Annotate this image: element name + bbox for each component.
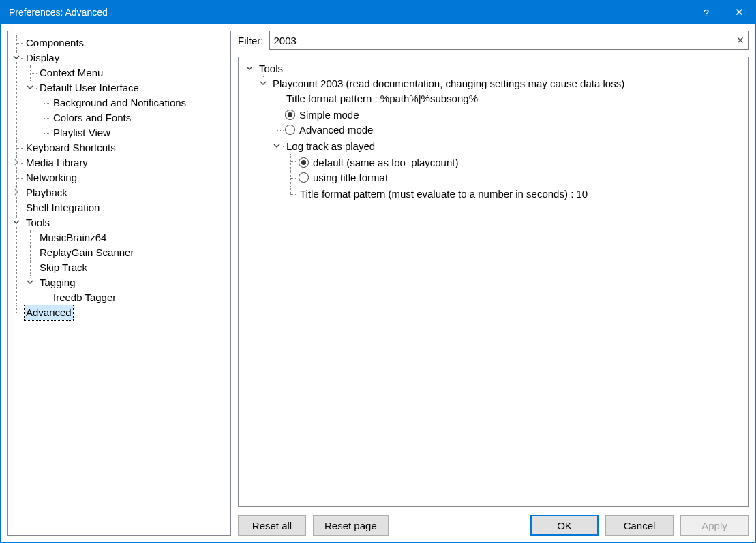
- chevron-down-icon[interactable]: [26, 278, 34, 286]
- tree-simple-mode[interactable]: Simple mode: [271, 106, 742, 123]
- titlebar: Preferences: Advanced ? ✕: [1, 1, 755, 24]
- radio-using-tf[interactable]: using title format: [299, 170, 388, 185]
- tree-tf-pattern[interactable]: Title format pattern : %path%|%subsong%: [271, 91, 742, 106]
- filter-input[interactable]: [269, 31, 749, 50]
- nav-item-media-library[interactable]: Media Library: [11, 155, 228, 170]
- clear-filter-icon[interactable]: ✕: [736, 35, 744, 46]
- nav-item-bg-notif[interactable]: Background and Notifications: [38, 95, 228, 110]
- nav-item-tools[interactable]: Tools MusicBrainz64 ReplayGain Scanner S…: [11, 215, 228, 305]
- nav-item-advanced[interactable]: Advanced: [11, 305, 228, 320]
- radio-simple-mode[interactable]: Simple mode: [285, 108, 359, 123]
- apply-button: Apply: [680, 515, 749, 536]
- chevron-down-icon[interactable]: [12, 218, 20, 226]
- radio-default[interactable]: default (same as foo_playcount): [299, 155, 458, 170]
- filter-row: Filter: ✕: [238, 31, 749, 50]
- tree-advanced-mode[interactable]: Advanced mode: [271, 123, 742, 140]
- nav-item-display[interactable]: Display Context Menu Default User Interf…: [11, 50, 228, 140]
- radio-icon: [285, 125, 295, 135]
- nav-item-shell[interactable]: Shell Integration: [11, 200, 228, 215]
- nav-item-playlist-view[interactable]: Playlist View: [38, 125, 228, 140]
- chevron-down-icon[interactable]: [12, 53, 20, 61]
- nav-item-components[interactable]: Components: [11, 35, 228, 50]
- chevron-right-icon[interactable]: [12, 158, 20, 166]
- tree-tools[interactable]: Tools Playcount 2003 (read documentation…: [244, 61, 742, 202]
- button-row: Reset all Reset page OK Cancel Apply: [238, 514, 749, 536]
- nav-tree[interactable]: Components Display Context Menu Default …: [7, 31, 231, 536]
- tree-playcount[interactable]: Playcount 2003 (read documentation, chan…: [258, 76, 742, 202]
- tree-using-tf[interactable]: using title format: [285, 170, 742, 187]
- reset-page-button[interactable]: Reset page: [313, 515, 389, 536]
- nav-item-rg-scanner[interactable]: ReplayGain Scanner: [25, 245, 228, 260]
- cancel-button[interactable]: Cancel: [605, 515, 674, 536]
- chevron-down-icon[interactable]: [259, 79, 267, 87]
- chevron-down-icon[interactable]: [26, 83, 34, 91]
- chevron-right-icon[interactable]: [12, 188, 20, 196]
- close-button[interactable]: ✕: [723, 1, 755, 24]
- nav-item-playback[interactable]: Playback: [11, 185, 228, 200]
- reset-all-button[interactable]: Reset all: [238, 515, 306, 536]
- nav-item-skip-track[interactable]: Skip Track: [25, 260, 228, 275]
- window-title: Preferences: Advanced: [9, 7, 690, 18]
- help-icon: ?: [704, 7, 709, 18]
- nav-item-networking[interactable]: Networking: [11, 170, 228, 185]
- nav-item-freedb[interactable]: freedb Tagger: [38, 290, 228, 305]
- nav-item-context-menu[interactable]: Context Menu: [25, 65, 228, 80]
- help-button[interactable]: ?: [690, 1, 723, 24]
- chevron-down-icon[interactable]: [273, 142, 281, 150]
- close-icon: ✕: [735, 6, 744, 18]
- nav-item-dui[interactable]: Default User Interface Background and No…: [25, 80, 228, 140]
- nav-item-colors-fonts[interactable]: Colors and Fonts: [38, 110, 228, 125]
- radio-advanced-mode[interactable]: Advanced mode: [285, 123, 373, 138]
- nav-item-musicbrainz[interactable]: MusicBrainz64: [25, 230, 228, 245]
- chevron-down-icon[interactable]: [245, 64, 254, 72]
- tree-tf-seconds[interactable]: Title format pattern (must evaluate to a…: [285, 187, 742, 202]
- settings-tree[interactable]: Tools Playcount 2003 (read documentation…: [238, 57, 749, 507]
- tree-default-same[interactable]: default (same as foo_playcount): [285, 154, 742, 170]
- tree-log-track[interactable]: Log track as played default (same as foo…: [271, 139, 742, 202]
- radio-icon: [285, 110, 295, 120]
- nav-item-tagging[interactable]: Tagging freedb Tagger: [25, 275, 228, 305]
- ok-button[interactable]: OK: [530, 515, 599, 536]
- nav-item-kbd[interactable]: Keyboard Shortcuts: [11, 140, 228, 155]
- radio-icon: [299, 157, 309, 168]
- filter-label: Filter:: [238, 35, 264, 46]
- radio-icon: [299, 172, 309, 183]
